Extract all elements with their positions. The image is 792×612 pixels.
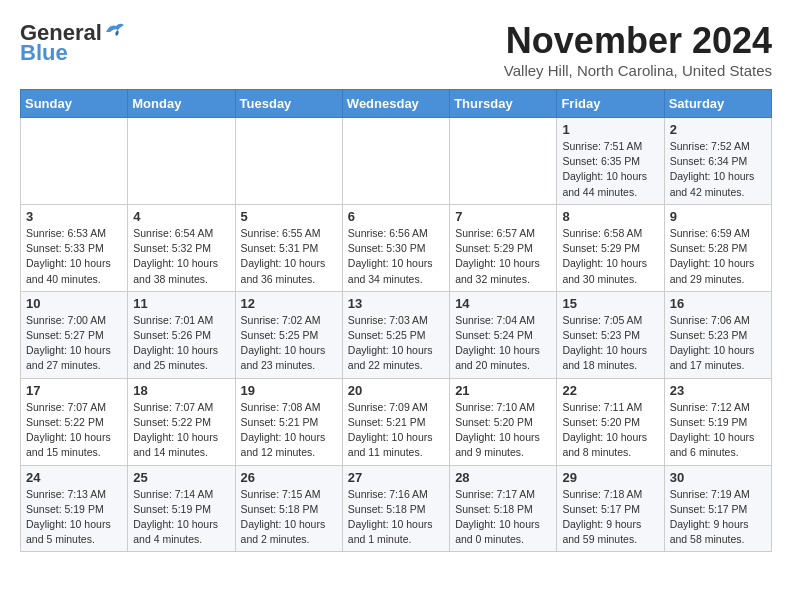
day-info: Sunrise: 7:02 AM Sunset: 5:25 PM Dayligh… bbox=[241, 313, 337, 374]
day-info: Sunrise: 7:07 AM Sunset: 5:22 PM Dayligh… bbox=[26, 400, 122, 461]
day-info: Sunrise: 7:10 AM Sunset: 5:20 PM Dayligh… bbox=[455, 400, 551, 461]
day-number: 29 bbox=[562, 470, 658, 485]
day-number: 11 bbox=[133, 296, 229, 311]
header-row: SundayMondayTuesdayWednesdayThursdayFrid… bbox=[21, 90, 772, 118]
calendar-cell: 10Sunrise: 7:00 AM Sunset: 5:27 PM Dayli… bbox=[21, 291, 128, 378]
day-number: 1 bbox=[562, 122, 658, 137]
calendar-cell: 13Sunrise: 7:03 AM Sunset: 5:25 PM Dayli… bbox=[342, 291, 449, 378]
calendar-cell: 1Sunrise: 7:51 AM Sunset: 6:35 PM Daylig… bbox=[557, 118, 664, 205]
day-number: 16 bbox=[670, 296, 766, 311]
calendar-week-row: 10Sunrise: 7:00 AM Sunset: 5:27 PM Dayli… bbox=[21, 291, 772, 378]
weekday-header: Thursday bbox=[450, 90, 557, 118]
calendar-cell: 8Sunrise: 6:58 AM Sunset: 5:29 PM Daylig… bbox=[557, 204, 664, 291]
day-info: Sunrise: 7:51 AM Sunset: 6:35 PM Dayligh… bbox=[562, 139, 658, 200]
day-number: 9 bbox=[670, 209, 766, 224]
location: Valley Hill, North Carolina, United Stat… bbox=[504, 62, 772, 79]
calendar-cell: 9Sunrise: 6:59 AM Sunset: 5:28 PM Daylig… bbox=[664, 204, 771, 291]
day-info: Sunrise: 7:07 AM Sunset: 5:22 PM Dayligh… bbox=[133, 400, 229, 461]
calendar-week-row: 3Sunrise: 6:53 AM Sunset: 5:33 PM Daylig… bbox=[21, 204, 772, 291]
calendar-cell: 22Sunrise: 7:11 AM Sunset: 5:20 PM Dayli… bbox=[557, 378, 664, 465]
calendar-cell: 23Sunrise: 7:12 AM Sunset: 5:19 PM Dayli… bbox=[664, 378, 771, 465]
day-info: Sunrise: 7:11 AM Sunset: 5:20 PM Dayligh… bbox=[562, 400, 658, 461]
day-info: Sunrise: 7:08 AM Sunset: 5:21 PM Dayligh… bbox=[241, 400, 337, 461]
day-number: 28 bbox=[455, 470, 551, 485]
calendar-header: SundayMondayTuesdayWednesdayThursdayFrid… bbox=[21, 90, 772, 118]
calendar-cell: 21Sunrise: 7:10 AM Sunset: 5:20 PM Dayli… bbox=[450, 378, 557, 465]
weekday-header: Saturday bbox=[664, 90, 771, 118]
calendar-cell: 19Sunrise: 7:08 AM Sunset: 5:21 PM Dayli… bbox=[235, 378, 342, 465]
weekday-header: Friday bbox=[557, 90, 664, 118]
day-info: Sunrise: 6:56 AM Sunset: 5:30 PM Dayligh… bbox=[348, 226, 444, 287]
logo-bird-icon bbox=[104, 22, 126, 40]
calendar-cell bbox=[342, 118, 449, 205]
day-info: Sunrise: 7:16 AM Sunset: 5:18 PM Dayligh… bbox=[348, 487, 444, 548]
calendar-cell bbox=[128, 118, 235, 205]
day-info: Sunrise: 7:01 AM Sunset: 5:26 PM Dayligh… bbox=[133, 313, 229, 374]
calendar-cell: 17Sunrise: 7:07 AM Sunset: 5:22 PM Dayli… bbox=[21, 378, 128, 465]
calendar-week-row: 24Sunrise: 7:13 AM Sunset: 5:19 PM Dayli… bbox=[21, 465, 772, 552]
day-info: Sunrise: 7:15 AM Sunset: 5:18 PM Dayligh… bbox=[241, 487, 337, 548]
day-number: 27 bbox=[348, 470, 444, 485]
day-info: Sunrise: 6:58 AM Sunset: 5:29 PM Dayligh… bbox=[562, 226, 658, 287]
day-number: 22 bbox=[562, 383, 658, 398]
day-info: Sunrise: 6:55 AM Sunset: 5:31 PM Dayligh… bbox=[241, 226, 337, 287]
day-number: 10 bbox=[26, 296, 122, 311]
calendar-cell: 25Sunrise: 7:14 AM Sunset: 5:19 PM Dayli… bbox=[128, 465, 235, 552]
day-number: 17 bbox=[26, 383, 122, 398]
calendar-cell: 7Sunrise: 6:57 AM Sunset: 5:29 PM Daylig… bbox=[450, 204, 557, 291]
weekday-header: Sunday bbox=[21, 90, 128, 118]
calendar-cell: 6Sunrise: 6:56 AM Sunset: 5:30 PM Daylig… bbox=[342, 204, 449, 291]
calendar-cell: 29Sunrise: 7:18 AM Sunset: 5:17 PM Dayli… bbox=[557, 465, 664, 552]
calendar-cell bbox=[450, 118, 557, 205]
day-number: 24 bbox=[26, 470, 122, 485]
calendar-cell bbox=[21, 118, 128, 205]
calendar-cell: 16Sunrise: 7:06 AM Sunset: 5:23 PM Dayli… bbox=[664, 291, 771, 378]
day-number: 25 bbox=[133, 470, 229, 485]
day-info: Sunrise: 7:06 AM Sunset: 5:23 PM Dayligh… bbox=[670, 313, 766, 374]
day-info: Sunrise: 7:05 AM Sunset: 5:23 PM Dayligh… bbox=[562, 313, 658, 374]
logo: General Blue bbox=[20, 20, 126, 66]
calendar-cell bbox=[235, 118, 342, 205]
day-number: 21 bbox=[455, 383, 551, 398]
calendar-cell: 14Sunrise: 7:04 AM Sunset: 5:24 PM Dayli… bbox=[450, 291, 557, 378]
calendar-cell: 3Sunrise: 6:53 AM Sunset: 5:33 PM Daylig… bbox=[21, 204, 128, 291]
day-number: 18 bbox=[133, 383, 229, 398]
calendar-cell: 26Sunrise: 7:15 AM Sunset: 5:18 PM Dayli… bbox=[235, 465, 342, 552]
day-info: Sunrise: 7:04 AM Sunset: 5:24 PM Dayligh… bbox=[455, 313, 551, 374]
calendar-cell: 28Sunrise: 7:17 AM Sunset: 5:18 PM Dayli… bbox=[450, 465, 557, 552]
day-info: Sunrise: 6:59 AM Sunset: 5:28 PM Dayligh… bbox=[670, 226, 766, 287]
day-number: 8 bbox=[562, 209, 658, 224]
calendar-cell: 11Sunrise: 7:01 AM Sunset: 5:26 PM Dayli… bbox=[128, 291, 235, 378]
day-number: 7 bbox=[455, 209, 551, 224]
day-info: Sunrise: 6:57 AM Sunset: 5:29 PM Dayligh… bbox=[455, 226, 551, 287]
day-number: 12 bbox=[241, 296, 337, 311]
day-info: Sunrise: 7:18 AM Sunset: 5:17 PM Dayligh… bbox=[562, 487, 658, 548]
calendar-table: SundayMondayTuesdayWednesdayThursdayFrid… bbox=[20, 89, 772, 552]
calendar-cell: 20Sunrise: 7:09 AM Sunset: 5:21 PM Dayli… bbox=[342, 378, 449, 465]
weekday-header: Wednesday bbox=[342, 90, 449, 118]
day-info: Sunrise: 7:14 AM Sunset: 5:19 PM Dayligh… bbox=[133, 487, 229, 548]
day-info: Sunrise: 7:00 AM Sunset: 5:27 PM Dayligh… bbox=[26, 313, 122, 374]
day-number: 15 bbox=[562, 296, 658, 311]
day-number: 14 bbox=[455, 296, 551, 311]
calendar-body: 1Sunrise: 7:51 AM Sunset: 6:35 PM Daylig… bbox=[21, 118, 772, 552]
day-number: 5 bbox=[241, 209, 337, 224]
day-info: Sunrise: 7:17 AM Sunset: 5:18 PM Dayligh… bbox=[455, 487, 551, 548]
day-number: 23 bbox=[670, 383, 766, 398]
day-info: Sunrise: 7:03 AM Sunset: 5:25 PM Dayligh… bbox=[348, 313, 444, 374]
calendar-cell: 15Sunrise: 7:05 AM Sunset: 5:23 PM Dayli… bbox=[557, 291, 664, 378]
weekday-header: Tuesday bbox=[235, 90, 342, 118]
day-info: Sunrise: 6:54 AM Sunset: 5:32 PM Dayligh… bbox=[133, 226, 229, 287]
day-number: 20 bbox=[348, 383, 444, 398]
calendar-cell: 18Sunrise: 7:07 AM Sunset: 5:22 PM Dayli… bbox=[128, 378, 235, 465]
day-number: 26 bbox=[241, 470, 337, 485]
calendar-week-row: 1Sunrise: 7:51 AM Sunset: 6:35 PM Daylig… bbox=[21, 118, 772, 205]
page-header: General Blue November 2024 Valley Hill, … bbox=[20, 20, 772, 79]
calendar-cell: 24Sunrise: 7:13 AM Sunset: 5:19 PM Dayli… bbox=[21, 465, 128, 552]
month-title: November 2024 bbox=[504, 20, 772, 62]
calendar-cell: 5Sunrise: 6:55 AM Sunset: 5:31 PM Daylig… bbox=[235, 204, 342, 291]
calendar-cell: 27Sunrise: 7:16 AM Sunset: 5:18 PM Dayli… bbox=[342, 465, 449, 552]
day-info: Sunrise: 7:19 AM Sunset: 5:17 PM Dayligh… bbox=[670, 487, 766, 548]
day-number: 19 bbox=[241, 383, 337, 398]
day-number: 4 bbox=[133, 209, 229, 224]
